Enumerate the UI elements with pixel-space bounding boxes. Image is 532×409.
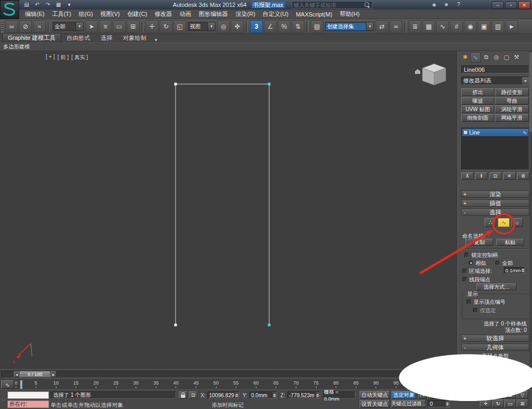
- menu-item[interactable]: 视图(V): [97, 10, 124, 19]
- render-setup-icon[interactable]: ▣: [478, 20, 491, 33]
- checkbox-icon[interactable]: [467, 299, 471, 304]
- menu-item[interactable]: 自定义(U): [259, 10, 292, 19]
- mini-listener-handle[interactable]: ∷: [1, 392, 6, 408]
- selection-lock-toggle[interactable]: [179, 391, 187, 399]
- render-production-icon[interactable]: ►: [505, 20, 518, 33]
- configure-modifier-sets-icon[interactable]: ⚙: [517, 172, 529, 180]
- close-button[interactable]: ✕: [518, 1, 530, 9]
- panel-scrollbar[interactable]: [529, 51, 532, 369]
- modifier-set-button[interactable]: 路径变形: [495, 88, 529, 96]
- rollout-rendering[interactable]: + 渲染: [461, 190, 529, 198]
- panel-tab-utilities[interactable]: ⚒: [512, 52, 521, 62]
- set-key-button[interactable]: 设置关键点: [360, 400, 390, 408]
- search-icon[interactable]: [364, 2, 369, 7]
- y-coordinate-field[interactable]: 0.0mm: [250, 391, 277, 399]
- checkbox-icon[interactable]: [473, 308, 478, 313]
- rollout-selection[interactable]: - 选择: [461, 208, 529, 216]
- current-frame-field[interactable]: 0: [428, 400, 450, 407]
- menu-item[interactable]: 创建(C): [123, 10, 151, 19]
- checkbox-icon[interactable]: [462, 277, 467, 282]
- segment-end-checkbox[interactable]: 线段端点: [462, 276, 491, 283]
- modifier-set-button[interactable]: 倒角剖面: [461, 114, 494, 122]
- time-slider-handle[interactable]: ◄ 0 / 100 ►: [14, 371, 56, 378]
- chevron-down-icon[interactable]: ▾: [366, 22, 373, 30]
- schematic-view-icon[interactable]: #: [450, 20, 463, 33]
- all-radio[interactable]: 全部: [495, 260, 513, 267]
- scrollbar-thumb[interactable]: [529, 52, 532, 132]
- paste-button[interactable]: 粘贴: [496, 239, 524, 246]
- workspace-icon[interactable]: ▦: [54, 1, 63, 8]
- menu-item[interactable]: 编辑(E): [21, 10, 48, 19]
- modifier-set-button[interactable]: 涡轮平滑: [495, 105, 529, 113]
- chevron-down-icon[interactable]: ▾: [521, 77, 529, 85]
- align-icon[interactable]: ≍: [389, 20, 402, 33]
- chevron-down-icon[interactable]: ▾: [207, 22, 215, 30]
- material-editor-icon[interactable]: ◉: [464, 20, 477, 33]
- spinner-arrows-icon[interactable]: [445, 400, 450, 407]
- menu-item[interactable]: 帮助(H): [336, 10, 363, 19]
- ribbon-tab[interactable]: 选择: [95, 34, 118, 43]
- pan-icon[interactable]: ✛: [480, 399, 492, 407]
- chevron-down-icon[interactable]: ▾: [76, 22, 83, 30]
- show-end-result-icon[interactable]: ‖: [475, 172, 487, 180]
- collapse-icon[interactable]: -: [462, 210, 468, 215]
- similar-radio[interactable]: 相似: [469, 260, 486, 267]
- menu-item[interactable]: 动画: [176, 10, 195, 19]
- restore-button[interactable]: ▫: [505, 1, 517, 9]
- object-name-field[interactable]: Line006: [461, 65, 529, 73]
- radio-icon[interactable]: [469, 261, 473, 265]
- unlink-selection-icon[interactable]: ⊘: [19, 20, 32, 33]
- radio-icon[interactable]: [495, 261, 500, 265]
- curve-editor-icon[interactable]: ∿: [436, 20, 449, 33]
- menu-item[interactable]: 组(G): [75, 10, 97, 19]
- menu-item[interactable]: 渲染(R): [232, 10, 259, 19]
- select-and-rotate-icon[interactable]: ↻: [160, 20, 172, 33]
- named-selection-sets-dropdown[interactable]: 创建选择集▾: [325, 22, 374, 31]
- area-selection-checkbox[interactable]: 区域选择:: [462, 268, 492, 275]
- select-object-icon[interactable]: ➤: [85, 20, 98, 33]
- graphite-ribbon-toggle-icon[interactable]: ▦: [422, 20, 435, 33]
- viewcube[interactable]: [414, 62, 449, 89]
- layer-manager-icon[interactable]: ≣: [409, 20, 421, 33]
- collapse-icon[interactable]: -: [462, 345, 468, 350]
- modifier-stack-item-line[interactable]: Line ∿: [462, 129, 528, 136]
- menu-item[interactable]: 工具(T): [48, 10, 75, 19]
- next-frame-button[interactable]: ►: [51, 371, 56, 378]
- search-input[interactable]: [292, 2, 363, 8]
- selected-mode-dropdown[interactable]: 选定对象: [392, 391, 416, 399]
- communication-center-icon[interactable]: ◈: [430, 1, 438, 8]
- mini-curve-editor-icon[interactable]: ∿: [1, 380, 14, 389]
- macro-recorder-line[interactable]: [7, 391, 49, 399]
- modifier-list-dropdown[interactable]: 修改器列表 ▾: [461, 77, 529, 85]
- show-vertex-numbers-checkbox[interactable]: 显示顶点编号: [467, 298, 505, 306]
- viewcube-home-icon[interactable]: [415, 69, 420, 74]
- rollout-soft-selection[interactable]: + 软选择: [461, 335, 529, 342]
- select-by-button[interactable]: 选择方式...: [476, 283, 517, 290]
- x-coordinate-field[interactable]: 10096.829: [207, 391, 239, 399]
- time-slider-value[interactable]: 0 / 100: [20, 371, 51, 378]
- expand-icon[interactable]: +: [462, 336, 468, 341]
- edit-named-selection-sets-icon[interactable]: ▤: [311, 20, 323, 33]
- rendered-frame-window-icon[interactable]: ▥: [492, 20, 504, 33]
- absolute-mode-toggle[interactable]: ⊡: [189, 391, 197, 399]
- minimize-button[interactable]: –: [492, 1, 504, 9]
- spinner-snap-toggle-icon[interactable]: ⇅: [292, 20, 304, 33]
- angle-snap-toggle-icon[interactable]: ∠: [264, 20, 277, 33]
- modifier-set-button[interactable]: UVW 贴图: [461, 105, 494, 113]
- subobject-spline-button[interactable]: ○: [511, 218, 523, 227]
- rollout-geometry[interactable]: - 几何体: [461, 344, 529, 351]
- menu-item[interactable]: 图形编辑器: [195, 10, 232, 19]
- checkbox-icon[interactable]: [462, 269, 467, 273]
- reference-coordinate-system-dropdown[interactable]: 视图▾: [188, 22, 215, 31]
- spinner-arrows-icon[interactable]: [315, 392, 320, 398]
- menu-item[interactable]: MAXScript(M): [292, 10, 336, 19]
- time-slider-track[interactable]: [1, 371, 455, 378]
- z-coordinate-field[interactable]: -779.523m: [287, 391, 320, 399]
- orbit-icon[interactable]: ↻: [492, 399, 504, 407]
- mirror-icon[interactable]: ⇄: [376, 20, 388, 33]
- selected-only-checkbox[interactable]: 仅选定: [473, 307, 496, 314]
- help-icon[interactable]: ?: [454, 1, 463, 8]
- ribbon-minimize-icon[interactable]: ▾: [152, 37, 160, 43]
- bind-to-space-warp-icon[interactable]: ≈: [33, 20, 46, 33]
- auto-key-button[interactable]: 自动关键点: [360, 391, 390, 399]
